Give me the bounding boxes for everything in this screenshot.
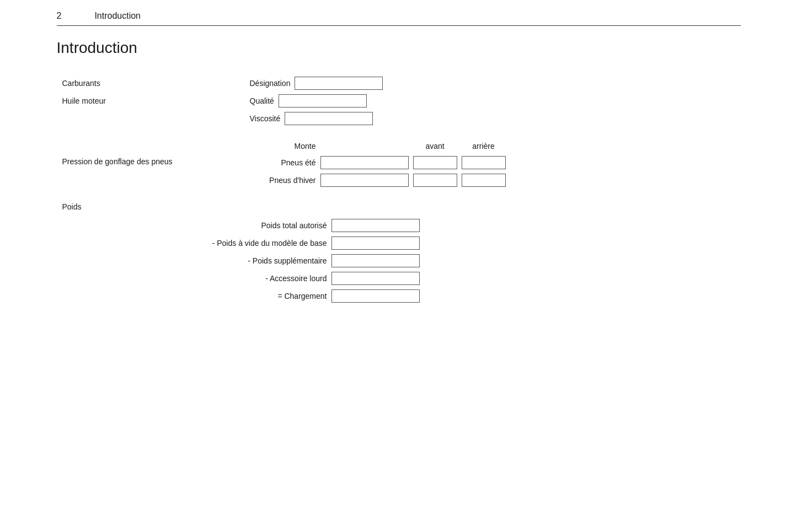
- pneus-ete-avant-input[interactable]: [413, 156, 457, 169]
- monte-col-label: Monte: [295, 142, 316, 151]
- pneus-ete-monte-input[interactable]: [320, 156, 409, 169]
- designation-label: Désignation: [250, 79, 291, 88]
- qualite-label: Qualité: [250, 96, 274, 105]
- avant-col-label: avant: [425, 142, 444, 151]
- carburants-label: Carburants: [62, 79, 100, 88]
- pneus-hiver-label: Pneus d'hiver: [269, 176, 315, 185]
- poids-section-label: Poids: [62, 202, 82, 211]
- poids-vide-base-label: - Poids à vide du modèle de base: [212, 239, 327, 248]
- poids-accessoire-lourd-label: - Accessoire lourd: [265, 274, 327, 283]
- qualite-input[interactable]: [279, 94, 367, 108]
- section-title: Introduction: [57, 39, 741, 57]
- page-number: 2: [57, 11, 62, 21]
- poids-supplementaire-input[interactable]: [331, 254, 420, 267]
- viscosite-label: Viscosité: [250, 114, 281, 123]
- pneus-ete-arriere-input[interactable]: [462, 156, 506, 169]
- huile-moteur-label: Huile moteur: [62, 96, 106, 105]
- poids-chargement-input[interactable]: [331, 289, 420, 303]
- pneus-hiver-avant-input[interactable]: [413, 174, 457, 187]
- poids-chargement-label: = Chargement: [277, 292, 327, 300]
- header-title: Introduction: [94, 11, 141, 21]
- poids-vide-base-input[interactable]: [331, 237, 420, 250]
- poids-total-autorise-input[interactable]: [331, 219, 420, 232]
- poids-total-autorise-label: Poids total autorisé: [261, 221, 327, 230]
- poids-accessoire-lourd-input[interactable]: [331, 272, 420, 285]
- poids-supplementaire-label: - Poids supplémentaire: [248, 256, 327, 265]
- arriere-col-label: arrière: [472, 142, 494, 151]
- pneus-hiver-monte-input[interactable]: [320, 174, 409, 187]
- pneus-ete-label: Pneus été: [281, 158, 315, 167]
- designation-input[interactable]: [295, 77, 383, 90]
- viscosite-input[interactable]: [285, 112, 373, 125]
- pression-label: Pression de gonflage des pneus: [62, 157, 173, 166]
- pneus-hiver-arriere-input[interactable]: [462, 174, 506, 187]
